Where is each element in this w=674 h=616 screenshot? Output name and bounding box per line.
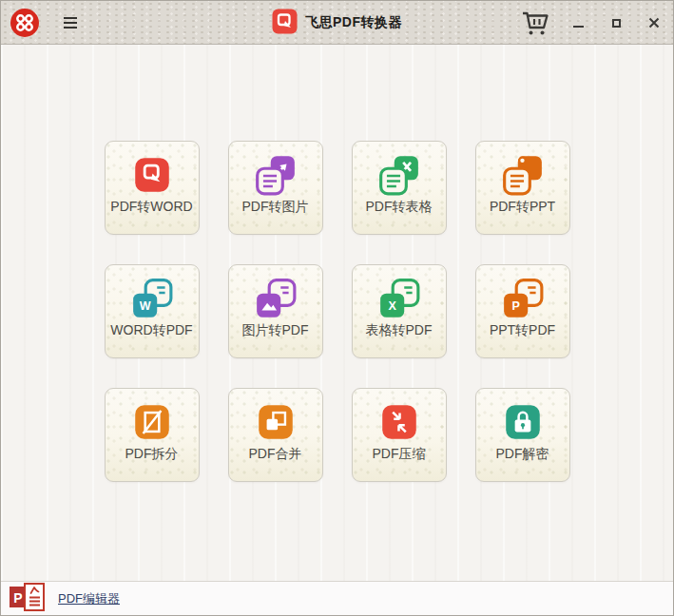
pdf-split-icon xyxy=(130,400,174,444)
word-to-pdf-icon: W xyxy=(130,277,174,320)
minimize-button[interactable] xyxy=(559,1,597,45)
four-dots-logo-icon xyxy=(10,24,39,40)
tile-pdf-to-ppt[interactable]: PDF转PPT xyxy=(475,141,570,235)
app-icon xyxy=(272,9,298,38)
tile-pdf-merge[interactable]: PDF合并 xyxy=(228,388,323,482)
pdf-compress-icon xyxy=(377,400,421,444)
tile-word-to-pdf[interactable]: W WORD转PDF xyxy=(105,264,200,358)
close-icon xyxy=(648,17,660,29)
shopping-cart-icon[interactable] xyxy=(517,7,553,39)
tile-pdf-split[interactable]: PDF拆分 xyxy=(105,388,200,482)
tile-pdf-to-word[interactable]: PDF转WORD xyxy=(105,141,200,235)
pdf-editor-icon: P xyxy=(9,583,47,615)
tile-label: PDF拆分 xyxy=(125,446,179,463)
svg-text:W: W xyxy=(139,299,150,313)
window-title: 飞思PDF转换器 xyxy=(305,14,402,31)
footer-bar: P PDF编辑器 xyxy=(1,581,673,615)
app-logo-button[interactable] xyxy=(10,9,39,37)
tile-label: PDF转表格 xyxy=(366,199,433,216)
close-button[interactable] xyxy=(635,1,673,45)
pdf-decrypt-icon xyxy=(501,400,545,444)
pdf-to-word-icon xyxy=(130,153,174,197)
tile-label: PDF压缩 xyxy=(373,446,426,463)
tile-label: PPT转PDF xyxy=(490,322,555,339)
tile-label: PDF合并 xyxy=(249,446,302,463)
excel-to-pdf-icon: X xyxy=(377,277,421,320)
pdf-to-excel-icon xyxy=(377,153,421,197)
svg-text:P: P xyxy=(511,299,519,313)
tile-ppt-to-pdf[interactable]: P PPT转PDF xyxy=(475,264,570,358)
tile-label: PDF转PPT xyxy=(490,199,555,216)
tile-excel-to-pdf[interactable]: X 表格转PDF xyxy=(352,264,447,358)
tile-label: PDF转图片 xyxy=(242,199,309,216)
tile-pdf-compress[interactable]: PDF压缩 xyxy=(352,388,447,482)
tile-pdf-decrypt[interactable]: PDF解密 xyxy=(475,388,570,482)
ppt-to-pdf-icon: P xyxy=(501,277,545,320)
pdf-to-ppt-icon xyxy=(501,153,545,197)
app-window: 飞思PDF转换器 xyxy=(0,0,674,616)
maximize-icon xyxy=(612,19,621,28)
svg-text:X: X xyxy=(388,299,396,313)
pdf-editor-link[interactable]: PDF编辑器 xyxy=(58,590,120,607)
tile-image-to-pdf[interactable]: 图片转PDF xyxy=(228,264,323,358)
tile-pdf-to-excel[interactable]: PDF转表格 xyxy=(352,141,447,235)
minimize-icon xyxy=(573,26,584,28)
svg-text:P: P xyxy=(13,590,22,606)
tile-label: PDF转WORD xyxy=(110,199,192,216)
tool-grid: PDF转WORD PDF转图片 PDF转表格 xyxy=(1,45,673,581)
hamburger-menu-icon[interactable] xyxy=(62,14,79,31)
tile-label: WORD转PDF xyxy=(110,322,192,339)
tile-pdf-to-image[interactable]: PDF转图片 xyxy=(228,141,323,235)
image-to-pdf-icon xyxy=(254,277,298,320)
pdf-to-image-icon xyxy=(254,153,298,197)
tile-label: PDF解密 xyxy=(496,446,549,463)
maximize-button[interactable] xyxy=(597,1,635,45)
titlebar: 飞思PDF转换器 xyxy=(1,1,673,45)
pdf-merge-icon xyxy=(254,400,298,444)
tile-label: 图片转PDF xyxy=(242,322,309,339)
tile-label: 表格转PDF xyxy=(366,322,433,339)
